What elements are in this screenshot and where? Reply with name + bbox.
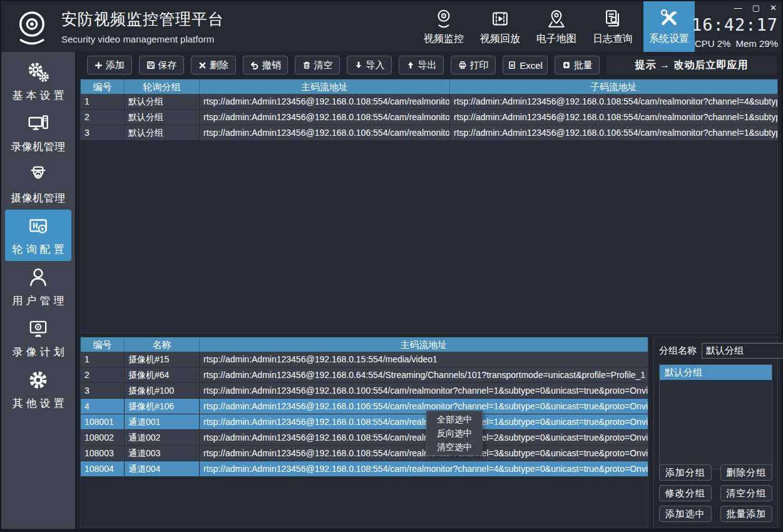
import-arrow-icon bbox=[354, 61, 363, 69]
sidebar-item-label: 摄像机管理 bbox=[11, 191, 66, 205]
page-subtitle: Security video management platform bbox=[61, 34, 224, 44]
nav-log-query[interactable]: 日志查询 bbox=[587, 1, 638, 52]
save-icon bbox=[146, 61, 155, 69]
table-row[interactable]: 1 默认分组 rtsp://admin:Admin123456@192.168.… bbox=[81, 94, 777, 110]
clear-group-button[interactable]: 清空分组 bbox=[720, 485, 773, 501]
import-button[interactable]: 导入 bbox=[347, 56, 392, 74]
table-row-selected[interactable]: 108004 通道004 rtsp://admin:Admin123456@19… bbox=[81, 461, 648, 477]
maximize-button[interactable]: ▢ bbox=[752, 3, 760, 13]
sidebar-item-user-management[interactable]: 用户管理 bbox=[5, 261, 71, 312]
sidebar-item-label: 用户管理 bbox=[13, 294, 68, 308]
sidebar-item-label: 录像计划 bbox=[13, 345, 68, 359]
column-header: 主码流地址 bbox=[200, 337, 648, 352]
column-header: 轮询分组 bbox=[125, 79, 200, 94]
sidebar: 基本设置 录像机管理 摄像机管理 bbox=[1, 52, 75, 529]
nav-label: 视频回放 bbox=[480, 33, 520, 46]
log-search-icon bbox=[602, 8, 623, 29]
printer-icon bbox=[458, 61, 467, 69]
polling-group-table: 编号 轮询分组 主码流地址 子码流地址 1 默认分组 rtsp://admin:… bbox=[80, 79, 778, 333]
delete-group-button[interactable]: 删除分组 bbox=[720, 464, 773, 481]
table-header-row: 编号 轮询分组 主码流地址 子码流地址 bbox=[81, 79, 777, 94]
monitor-eye-icon bbox=[26, 317, 50, 340]
batch-add-button[interactable]: 批量添加 bbox=[720, 506, 773, 522]
gear-icon bbox=[26, 368, 50, 392]
sidebar-item-label: 其他设置 bbox=[13, 396, 68, 411]
context-menu-item-select-all[interactable]: 全部选中 bbox=[427, 412, 482, 426]
toolbar: 添加 保存 删除 撤销 bbox=[87, 56, 777, 74]
header-bar: 安防视频监控管理平台 Security video management pla… bbox=[1, 1, 782, 52]
column-header: 子码流地址 bbox=[450, 79, 777, 94]
print-button[interactable]: 打印 bbox=[451, 56, 496, 74]
resource-stats: CPU 2%Mem 29% bbox=[690, 38, 778, 49]
clear-button[interactable]: 清空 bbox=[295, 56, 340, 74]
group-buttons: 添加分组 删除分组 修改分组 清空分组 添加选中 批量添加 bbox=[659, 464, 772, 522]
trash-icon bbox=[302, 61, 311, 69]
group-list-item[interactable]: 默认分组 bbox=[660, 365, 772, 380]
group-name-label: 分组名称 bbox=[659, 345, 697, 357]
table-row[interactable]: 3 摄像机#100 rtsp://admin:Admin123456@192.1… bbox=[81, 383, 648, 399]
nav-label: 系统设置 bbox=[649, 33, 689, 46]
table-row[interactable]: 108002 通道002 rtsp://admin:Admin123456@19… bbox=[81, 430, 648, 446]
group-name-input[interactable] bbox=[702, 343, 783, 359]
table-row-selected[interactable]: 108001 通道001 rtsp://admin:Admin123456@19… bbox=[81, 414, 648, 430]
context-menu-item-invert-selection[interactable]: 反向选中 bbox=[427, 426, 482, 440]
minimize-button[interactable]: — bbox=[734, 3, 742, 13]
sidebar-item-recording-plan[interactable]: 录像计划 bbox=[5, 312, 71, 364]
mem-usage: Mem 29% bbox=[735, 38, 778, 49]
sidebar-item-polling-config[interactable]: 轮询配置 bbox=[5, 210, 71, 261]
main-content: 添加 保存 删除 撤销 bbox=[76, 52, 782, 529]
add-selected-button[interactable]: 添加选中 bbox=[659, 506, 712, 522]
close-button[interactable]: ✕ bbox=[770, 3, 777, 13]
nvr-icon bbox=[26, 111, 50, 135]
sidebar-item-basic-settings[interactable]: 基本设置 bbox=[5, 56, 71, 107]
delete-button[interactable]: 删除 bbox=[191, 56, 236, 74]
add-button[interactable]: 添加 bbox=[87, 56, 132, 74]
sidebar-item-other-settings[interactable]: 其他设置 bbox=[5, 364, 71, 415]
webcam-icon bbox=[433, 8, 454, 29]
batch-plus-icon bbox=[562, 61, 571, 69]
user-icon bbox=[26, 265, 50, 289]
delete-icon bbox=[198, 61, 207, 69]
nav-label: 视频监控 bbox=[424, 33, 464, 46]
page-title: 安防视频监控管理平台 bbox=[61, 9, 224, 29]
dome-camera-icon bbox=[26, 163, 50, 187]
nav-emap[interactable]: 电子地图 bbox=[531, 1, 582, 52]
table-row[interactable]: 2 摄像机#64 rtsp://admin:Admin123456@192.16… bbox=[81, 367, 648, 383]
nav-video-playback[interactable]: 视频回放 bbox=[474, 1, 526, 52]
column-header: 主码流地址 bbox=[200, 79, 450, 94]
column-header: 编号 bbox=[81, 79, 125, 94]
group-panel: 分组名称 默认分组 添加分组 删除分组 修改分组 清空分组 添加选中 批量添加 bbox=[653, 337, 778, 528]
modify-group-button[interactable]: 修改分组 bbox=[659, 485, 712, 501]
table-header-row: 编号 名称 主码流地址 bbox=[81, 337, 648, 352]
nav-video-monitor[interactable]: 视频监控 bbox=[418, 1, 469, 52]
plus-icon bbox=[95, 61, 103, 69]
nav-system-settings[interactable]: 系统设置 bbox=[643, 1, 695, 52]
hd-play-icon bbox=[26, 214, 50, 238]
add-group-button[interactable]: 添加分组 bbox=[659, 464, 712, 481]
save-button[interactable]: 保存 bbox=[139, 56, 184, 74]
digital-clock: 16:42:17 bbox=[692, 15, 778, 34]
table-row[interactable]: 2 默认分组 rtsp://admin:Admin123456@192.168.… bbox=[81, 110, 777, 125]
undo-button[interactable]: 撤销 bbox=[243, 56, 288, 74]
table-row-selected[interactable]: 4 摄像机#106 rtsp://admin:Admin123456@192.1… bbox=[81, 399, 648, 414]
system-info: — ▢ ✕ 16:42:17 CPU 2%Mem 29% bbox=[693, 1, 778, 52]
excel-button[interactable]: Excel bbox=[503, 56, 548, 74]
batch-button[interactable]: 批量 bbox=[555, 56, 600, 74]
gears-icon bbox=[26, 60, 50, 84]
sidebar-item-label: 基本设置 bbox=[13, 88, 68, 103]
table-row[interactable]: 1 摄像机#15 rtsp://admin:Admin123456@192.16… bbox=[81, 352, 648, 367]
column-header: 名称 bbox=[125, 337, 200, 352]
apply-hint: 提示 → 改动后立即应用 bbox=[606, 56, 777, 74]
table-row[interactable]: 108003 通道003 rtsp://admin:Admin123456@19… bbox=[81, 446, 648, 461]
sidebar-item-label: 录像机管理 bbox=[11, 140, 66, 154]
context-menu-item-clear-selection[interactable]: 清空选中 bbox=[427, 440, 482, 454]
camera-table: 编号 名称 主码流地址 1 摄像机#15 rtsp://admin:Admin1… bbox=[80, 337, 648, 528]
export-button[interactable]: 导出 bbox=[399, 56, 444, 74]
table-row[interactable]: 3 默认分组 rtsp://admin:Admin123456@192.168.… bbox=[81, 125, 777, 141]
tools-icon bbox=[658, 8, 680, 29]
sidebar-item-camera-management[interactable]: 摄像机管理 bbox=[5, 158, 71, 210]
export-arrow-icon bbox=[406, 61, 415, 69]
video-playback-icon bbox=[489, 8, 511, 29]
sidebar-item-recorder-management[interactable]: 录像机管理 bbox=[5, 107, 71, 158]
sidebar-item-label: 轮询配置 bbox=[13, 242, 68, 257]
